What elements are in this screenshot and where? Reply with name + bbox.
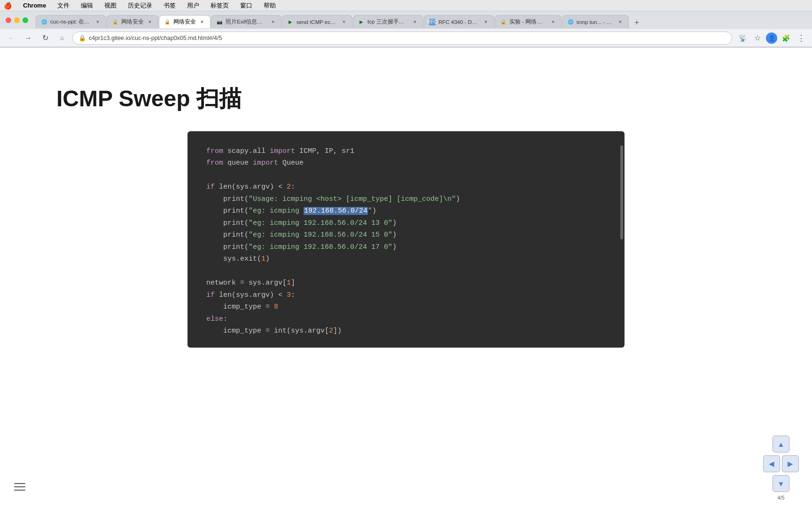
- tab-label-2: 网络安全: [173, 18, 196, 25]
- nav-bar: ← → ↻ ⌂ 🔒 c4pr1c3.gitee.io/cuc-ns-ppt/ch…: [0, 29, 812, 47]
- tab-label-7: 实验 - 网络安全: [509, 18, 547, 25]
- extensions-button[interactable]: 🧩: [779, 32, 792, 45]
- tab-4[interactable]: ▶ send ICMP echo rec... ×: [282, 15, 352, 28]
- apple-menu[interactable]: 🍎: [4, 2, 12, 9]
- tab-close-6[interactable]: ×: [483, 19, 489, 25]
- page-title: ICMP Sweep 扫描: [56, 85, 756, 112]
- maximize-button[interactable]: [23, 17, 28, 23]
- tab-favicon-6: RFC: [429, 19, 436, 25]
- tab-close-3[interactable]: ×: [270, 19, 276, 25]
- menu-chrome[interactable]: Chrome: [21, 2, 48, 9]
- tab-close-4[interactable]: ×: [341, 19, 347, 25]
- tab-favicon-8: 🌐: [567, 19, 574, 25]
- tab-1[interactable]: 🔒 网络安全 ×: [107, 15, 158, 28]
- hamburger-line-1: [14, 483, 25, 484]
- tab-favicon-3: 📷: [216, 19, 223, 25]
- new-tab-button[interactable]: +: [631, 17, 642, 28]
- tab-close-8[interactable]: ×: [617, 19, 624, 25]
- menu-edit[interactable]: 编辑: [79, 1, 95, 10]
- close-button[interactable]: [6, 17, 11, 23]
- slide-up-button[interactable]: ▲: [773, 436, 789, 452]
- cast-button[interactable]: 📡: [736, 32, 749, 45]
- tab-5[interactable]: ▶ tcp 三次握手实验 - a... ×: [353, 15, 423, 28]
- secure-icon: 🔒: [78, 34, 86, 41]
- tab-label-3: 照片Exif信息泄漏Mc...: [226, 18, 267, 25]
- tab-close-5[interactable]: ×: [412, 19, 418, 25]
- menu-history[interactable]: 历史记录: [126, 1, 154, 10]
- tab-7[interactable]: 🔒 实验 - 网络安全 ×: [495, 15, 562, 28]
- menu-bookmarks[interactable]: 书签: [162, 1, 178, 10]
- slide-left-button[interactable]: ◀: [763, 455, 780, 472]
- menu-button[interactable]: ⋮: [794, 32, 807, 45]
- tab-label-5: tcp 三次握手实验 - a...: [367, 18, 409, 25]
- tab-3[interactable]: 📷 照片Exif信息泄漏Mc... ×: [211, 15, 281, 28]
- page-content: ICMP Sweep 扫描 from scapy.all import ICMP…: [0, 48, 812, 452]
- back-button[interactable]: ←: [5, 32, 18, 45]
- bookmark-button[interactable]: ☆: [751, 32, 764, 45]
- scrollbar-indicator: [620, 145, 623, 239]
- tab-favicon-2: 🔒: [164, 19, 171, 25]
- menu-tabs[interactable]: 标签页: [209, 1, 231, 10]
- tab-label-0: cuc-ns-ppt: 在线查看...: [50, 18, 92, 25]
- tab-favicon-1: 🔒: [112, 19, 118, 25]
- menu-file[interactable]: 文件: [55, 1, 71, 10]
- slide-position: 4/5: [777, 495, 784, 500]
- hamburger-line-2: [14, 486, 25, 487]
- tab-label-6: RFC 4340 - Datagra...: [438, 19, 480, 25]
- minimize-button[interactable]: [14, 17, 20, 23]
- slide-navigation: ▲ ◀ ▶ ▼ 4/5: [763, 436, 799, 500]
- browser-chrome: 🌐 cuc-ns-ppt: 在线查看... × 🔒 网络安全 × 🔒 网络安全 …: [0, 11, 812, 48]
- code-block[interactable]: from scapy.all import ICMP, IP, sr1 from…: [187, 131, 625, 348]
- nav-actions: 📡 ☆ 👤 🧩 ⋮: [736, 32, 807, 45]
- tab-2[interactable]: 🔒 网络安全 ×: [159, 15, 211, 28]
- profile-button[interactable]: 👤: [766, 32, 777, 44]
- title-bar: 🌐 cuc-ns-ppt: 在线查看... × 🔒 网络安全 × 🔒 网络安全 …: [0, 11, 812, 29]
- tab-label-1: 网络安全: [121, 18, 144, 25]
- address-text: c4pr1c3.gitee.io/cuc-ns-ppt/chap0x05.md.…: [89, 35, 222, 41]
- hamburger-line-3: [14, 490, 25, 491]
- tab-8[interactable]: 🌐 icmp tun... - Goc... ×: [562, 15, 629, 28]
- menu-window[interactable]: 窗口: [238, 1, 254, 10]
- tab-label-4: send ICMP echo rec...: [297, 19, 338, 25]
- tab-close-1[interactable]: ×: [147, 19, 153, 25]
- code-content: from scapy.all import ICMP, IP, sr1 from…: [206, 145, 606, 337]
- slide-right-button[interactable]: ▶: [782, 455, 799, 472]
- menu-bar: 🍎 Chrome 文件 编辑 视图 历史记录 书签 用户 标签页 窗口 帮助: [0, 0, 812, 11]
- menu-help[interactable]: 帮助: [262, 1, 278, 10]
- forward-button[interactable]: →: [22, 32, 35, 45]
- tab-favicon-7: 🔒: [500, 19, 507, 25]
- window-controls: [6, 17, 28, 23]
- tab-favicon-0: 🌐: [41, 19, 47, 25]
- tab-6[interactable]: RFC RFC 4340 - Datagra... ×: [424, 15, 494, 28]
- address-bar[interactable]: 🔒 c4pr1c3.gitee.io/cuc-ns-ppt/chap0x05.m…: [72, 32, 732, 45]
- tab-close-0[interactable]: ×: [94, 19, 101, 25]
- tab-favicon-5: ▶: [358, 19, 365, 25]
- tabs-bar: 🌐 cuc-ns-ppt: 在线查看... × 🔒 网络安全 × 🔒 网络安全 …: [36, 12, 806, 28]
- slide-down-button[interactable]: ▼: [773, 475, 789, 492]
- tab-close-2[interactable]: ×: [199, 19, 205, 25]
- tab-close-7[interactable]: ×: [550, 19, 556, 25]
- tab-0[interactable]: 🌐 cuc-ns-ppt: 在线查看... ×: [36, 15, 106, 28]
- tab-label-8: icmp tun... - Goc...: [577, 19, 614, 25]
- home-button[interactable]: ⌂: [55, 32, 69, 45]
- tab-favicon-4: ▶: [287, 19, 294, 25]
- menu-view[interactable]: 视图: [102, 1, 118, 10]
- menu-users[interactable]: 用户: [185, 1, 201, 10]
- hamburger-menu[interactable]: [14, 480, 28, 494]
- reload-button[interactable]: ↻: [39, 32, 52, 45]
